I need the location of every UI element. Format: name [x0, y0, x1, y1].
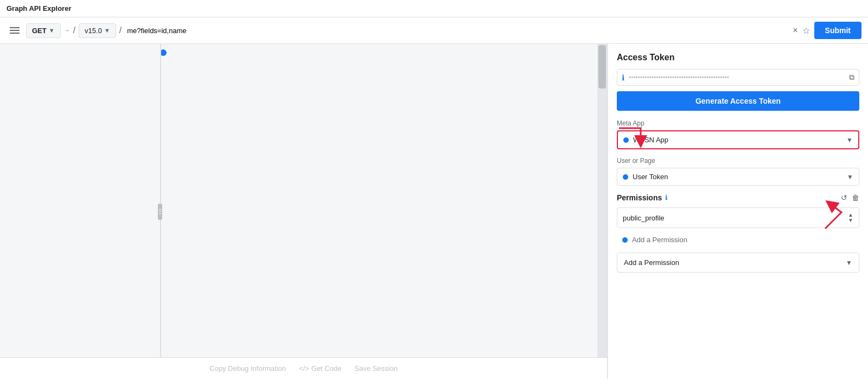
permission-arrows: ▲ ▼ — [848, 212, 853, 223]
bottom-bar: Copy Debug Information </> Get Code Save… — [0, 357, 607, 379]
meta-app-chevron-icon: ▼ — [846, 136, 853, 144]
save-session-button[interactable]: Save Session — [354, 364, 398, 373]
url-input[interactable] — [125, 24, 789, 37]
get-code-label: Get Code — [311, 364, 342, 373]
permissions-actions: ↺ 🗑 — [841, 193, 859, 202]
permissions-delete-button[interactable]: 🗑 — [852, 193, 859, 202]
access-token-field: ℹ ••••••••••••••••••••••••••••••••••••••… — [617, 69, 859, 86]
permissions-title: Permissions — [617, 193, 662, 202]
submit-button[interactable]: Submit — [814, 22, 861, 39]
left-panel-content: ▲ ▼ — [0, 44, 607, 379]
copy-token-button[interactable]: ⧉ — [849, 73, 854, 82]
toolbar-right: × ☆ Submit — [793, 22, 861, 39]
top-bar: Graph API Explorer — [0, 0, 868, 17]
access-token-title: Access Token — [617, 53, 859, 62]
token-value: ••••••••••••••••••••••••••••••••••••••••… — [629, 74, 845, 81]
method-chevron-icon: ▼ — [49, 27, 55, 34]
copy-debug-button[interactable]: Copy Debug Information — [209, 364, 286, 373]
add-permission-dropdown-label: Add a Permission — [624, 258, 846, 267]
user-page-label: User or Page — [617, 157, 859, 165]
permission-item: public_profile ▲ ▼ — [617, 207, 859, 228]
add-permission-input-row: Add a Permission — [617, 232, 859, 247]
permission-name: public_profile — [623, 214, 848, 222]
add-permission-input-label[interactable]: Add a Permission — [632, 236, 687, 244]
add-permission-dropdown[interactable]: Add a Permission ▼ — [617, 253, 859, 273]
scrollbar-track: ▲ ▼ — [597, 44, 607, 379]
user-page-chevron-icon: ▼ — [847, 173, 853, 181]
arrow-separator-icon: → — [64, 27, 70, 34]
method-label: GET — [32, 27, 47, 35]
right-panel: Access Token ℹ •••••••••••••••••••••••••… — [608, 44, 868, 379]
version-chevron-icon: ▼ — [104, 27, 110, 34]
permission-down-button[interactable]: ▼ — [848, 218, 853, 223]
get-code-button[interactable]: </> Get Code — [299, 364, 341, 373]
resize-handle[interactable] — [158, 204, 162, 220]
app-title: Graph API Explorer — [7, 4, 71, 12]
permissions-info-icon: ℹ — [665, 194, 668, 201]
info-icon: ℹ — [622, 73, 624, 82]
user-page-dropdown[interactable]: User Token ▼ — [617, 168, 859, 186]
left-panel: ▲ ▼ Copy Debug Information </> Get Code … — [0, 44, 608, 379]
user-page-dot-icon — [623, 174, 628, 180]
clear-url-button[interactable]: × — [793, 26, 797, 35]
add-permission-dot-icon — [622, 237, 628, 243]
meta-app-dot-icon — [623, 137, 629, 143]
toolbar: GET ▼ → / v15.0 ▼ / × ☆ Submit — [0, 17, 868, 44]
user-page-value: User Token — [633, 173, 843, 181]
meta-app-value: WPSN App — [633, 136, 842, 144]
menu-button[interactable] — [7, 24, 23, 37]
code-icon: </> — [299, 364, 309, 373]
bookmark-button[interactable]: ☆ — [802, 26, 810, 36]
add-permission-chevron-icon: ▼ — [846, 259, 852, 267]
permissions-header: Permissions ℹ ↺ 🗑 — [617, 193, 859, 202]
meta-app-label: Meta App — [617, 119, 859, 127]
url-slash: / — [119, 26, 122, 35]
main-layout: ▲ ▼ Copy Debug Information </> Get Code … — [0, 44, 868, 379]
meta-app-dropdown[interactable]: WPSN App ▼ — [617, 130, 859, 149]
slash-separator: / — [73, 26, 75, 35]
version-select[interactable]: v15.0 ▼ — [79, 23, 116, 38]
permissions-reset-button[interactable]: ↺ — [841, 193, 847, 202]
scrollbar-thumb[interactable] — [598, 45, 606, 89]
method-select[interactable]: GET ▼ — [26, 23, 61, 38]
generate-access-token-button[interactable]: Generate Access Token — [617, 91, 859, 111]
version-label: v15.0 — [85, 27, 102, 35]
